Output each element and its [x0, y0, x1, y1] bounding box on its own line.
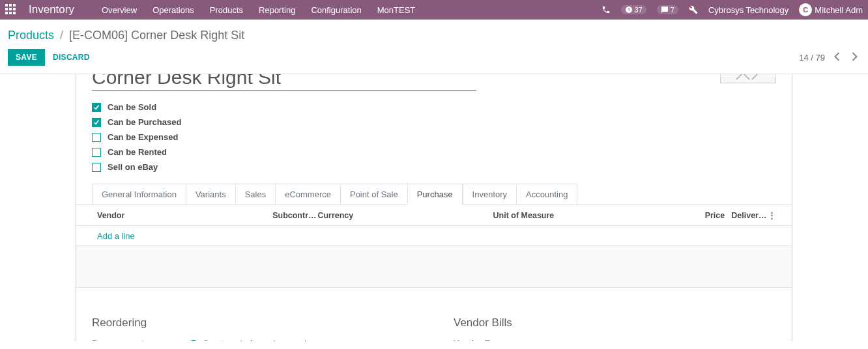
tools-icon[interactable] [689, 5, 698, 14]
checkbox-can-be-sold[interactable]: Can be Sold [92, 102, 776, 112]
col-price: Price [693, 211, 725, 220]
menu-montest[interactable]: MonTEST [376, 1, 417, 19]
menu-overview[interactable]: Overview [100, 1, 138, 19]
tab-variants[interactable]: Variants [186, 184, 235, 205]
messages-badge[interactable]: 7 [657, 5, 678, 14]
menu-configuration[interactable]: Configuration [310, 1, 362, 19]
tab-accounting[interactable]: Accounting [516, 184, 577, 205]
empty-rows [76, 246, 792, 288]
vendor-bills-title: Vendor Bills [454, 316, 776, 329]
chevron-down-icon[interactable]: ▼ [769, 340, 776, 342]
save-button[interactable]: SAVE [8, 49, 45, 66]
checkbox-can-be-purchased[interactable]: Can be Purchased [92, 117, 776, 127]
breadcrumb: Products / [E-COM06] Corner Desk Right S… [0, 20, 868, 49]
phone-icon[interactable] [601, 5, 611, 14]
checkbox-label: Can be Purchased [108, 117, 181, 127]
activities-badge[interactable]: 37 [621, 5, 646, 14]
breadcrumb-sep: / [60, 29, 63, 42]
checkbox-sell-on-ebay[interactable]: Sell on eBay [92, 162, 776, 172]
checkbox-icon [92, 103, 101, 112]
col-currency: Currency [317, 211, 493, 220]
pager-text: 14 / 79 [799, 53, 825, 63]
discard-button[interactable]: DISCARD [45, 49, 98, 66]
checkbox-icon [92, 133, 101, 142]
procurement-radio[interactable] [190, 340, 197, 342]
reordering-title: Reordering [92, 316, 414, 329]
product-image[interactable] [720, 74, 776, 83]
col-uom: Unit of Measure [493, 211, 694, 220]
menu-reporting[interactable]: Reporting [257, 1, 297, 19]
messages-count: 7 [671, 6, 674, 14]
col-delivery: Deliver… [731, 211, 768, 220]
activities-count: 37 [635, 6, 643, 14]
company-name[interactable]: Cybrosys Technology [708, 5, 788, 15]
checkbox-can-be-expensed[interactable]: Can be Expensed [92, 132, 776, 142]
pager-next-icon[interactable] [849, 49, 860, 66]
procurement-label: Procurement [92, 339, 190, 341]
menu-products[interactable]: Products [209, 1, 244, 19]
col-vendor: Vendor [97, 211, 272, 220]
checkbox-label: Sell on eBay [108, 162, 158, 172]
user-menu[interactable]: CMitchell Adm [799, 3, 863, 16]
checkbox-icon [92, 118, 101, 127]
checkbox-label: Can be Rented [108, 147, 167, 157]
avatar: C [799, 3, 812, 16]
pager-prev-icon[interactable] [832, 49, 843, 66]
add-line-link[interactable]: Add a line [97, 231, 135, 241]
checkbox-label: Can be Sold [108, 102, 156, 112]
breadcrumb-parent[interactable]: Products [8, 29, 54, 42]
kebab-icon[interactable]: ⋮ [768, 210, 776, 220]
product-name-input[interactable]: Corner Desk Right Sit [92, 74, 476, 91]
tab-sales[interactable]: Sales [235, 184, 276, 205]
user-name: Mitchell Adm [815, 5, 863, 15]
app-title: Inventory [29, 3, 74, 16]
tab-ecommerce[interactable]: eCommerce [275, 184, 340, 205]
main-menu: Overview Operations Products Reporting C… [100, 1, 416, 19]
tab-purchase[interactable]: Purchase [407, 184, 463, 205]
tab-inventory[interactable]: Inventory [463, 184, 516, 205]
checkbox-can-be-rented[interactable]: Can be Rented [92, 147, 776, 157]
checkbox-icon [92, 148, 101, 157]
checkbox-label: Can be Expensed [108, 132, 178, 142]
tab-point-of-sale[interactable]: Point of Sale [340, 184, 407, 205]
checkbox-icon [92, 163, 101, 172]
procurement-option: Create a draft purchase order [203, 339, 314, 341]
tab-general-information[interactable]: General Information [92, 184, 186, 205]
menu-operations[interactable]: Operations [151, 1, 195, 19]
col-subcontracted: Subcontr… [272, 211, 317, 220]
vendor-table-header: Vendor Subcontr… Currency Unit of Measur… [76, 205, 792, 226]
breadcrumb-current: [E-COM06] Corner Desk Right Sit [69, 29, 244, 42]
vendor-taxes-label: Vendor Taxes [454, 339, 551, 341]
apps-icon[interactable] [5, 4, 17, 16]
